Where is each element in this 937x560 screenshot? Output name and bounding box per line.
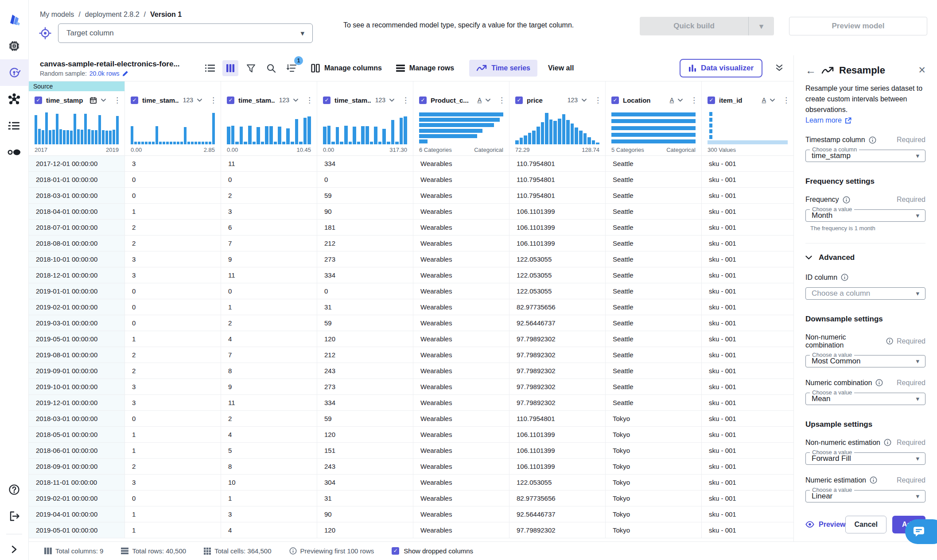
quick-build-dropdown-icon[interactable]: ▾ (748, 17, 774, 35)
frequency-select[interactable]: Choose a value Month ▾ (805, 209, 925, 222)
column-menu-icon[interactable]: ⋮ (498, 96, 505, 105)
column-summary-chart[interactable]: 0.002.85 (125, 109, 221, 155)
breadcrumb-my-models[interactable]: My models (40, 11, 74, 19)
info-icon[interactable] (843, 196, 850, 204)
quick-build-label[interactable]: Quick build (640, 17, 748, 35)
list-view-icon[interactable] (202, 60, 218, 76)
column-summary-chart[interactable]: 0.0010.45 (221, 109, 317, 155)
column-menu-icon[interactable]: ⋮ (306, 96, 313, 105)
table-cell: 1 (125, 443, 221, 458)
applied-transforms-icon[interactable]: 1 (284, 60, 299, 76)
column-dropdown-icon[interactable] (678, 99, 683, 102)
expand-rail-chevron-icon[interactable] (0, 539, 29, 560)
column-summary-chart[interactable]: 6 CategoriesCategorical (413, 109, 509, 155)
back-arrow-icon[interactable]: ← (805, 65, 816, 76)
list-nav-icon[interactable] (0, 112, 29, 139)
checkbox-checked-icon[interactable]: ✓ (392, 547, 399, 555)
table-cell: 10 (221, 475, 317, 490)
logout-icon[interactable] (0, 503, 29, 529)
learn-more-link[interactable]: Learn more (805, 116, 851, 124)
target-column-select[interactable]: Target column ▾ (58, 23, 313, 43)
chat-widget-button[interactable] (905, 519, 937, 544)
source-row-cell (509, 81, 606, 91)
timestamp-column-select[interactable]: Choose a column time_stamp ▾ (805, 150, 925, 162)
non-numeric-combination-select[interactable]: Choose a value Most Common ▾ (805, 355, 925, 367)
column-dropdown-icon[interactable] (101, 99, 106, 102)
table-cell: 2 (125, 363, 221, 378)
column-menu-icon[interactable]: ⋮ (782, 96, 790, 105)
column-menu-icon[interactable]: ⋮ (594, 96, 602, 105)
molecule-icon[interactable] (0, 86, 29, 112)
search-icon[interactable] (263, 60, 279, 76)
help-icon[interactable] (0, 476, 29, 503)
column-dropdown-icon[interactable] (582, 99, 587, 102)
column-menu-icon[interactable]: ⋮ (113, 96, 121, 105)
column-select-checkbox[interactable]: ✓ (323, 97, 330, 104)
column-select-checkbox[interactable]: ✓ (708, 97, 715, 104)
info-icon[interactable] (875, 379, 883, 386)
learn-more-label: Learn more (805, 116, 842, 124)
column-select-checkbox[interactable]: ✓ (611, 97, 619, 104)
table-cell: 1 (125, 331, 221, 347)
column-summary-chart[interactable]: 20172019 (29, 109, 124, 155)
collapse-toolbar-icon[interactable] (775, 64, 784, 73)
column-summary-chart[interactable]: 0.00317.30 (317, 109, 413, 155)
info-icon[interactable] (870, 476, 877, 484)
column-menu-icon[interactable]: ⋮ (402, 96, 409, 105)
edit-pencil-icon[interactable] (122, 70, 129, 77)
source-tab[interactable]: Source (29, 81, 125, 91)
canvas-logo-icon[interactable] (0, 6, 29, 33)
numeric-combination-value: Mean (812, 394, 831, 403)
table-row: 2019-09-01 00:00:0028243Wearables97.7989… (29, 363, 793, 379)
column-select-checkbox[interactable]: ✓ (131, 97, 138, 104)
column-menu-icon[interactable]: ⋮ (690, 96, 698, 105)
random-sample-link[interactable]: 20.0k rows (89, 70, 120, 77)
id-column-select[interactable]: Choose a column ▾ (805, 287, 925, 300)
time-series-button[interactable]: Time series (469, 60, 537, 77)
table-cell: 2018-09-01 00:00:00 (29, 459, 125, 474)
numeric-combination-select[interactable]: Choose a value Mean ▾ (805, 393, 925, 405)
breadcrumb-deployment[interactable]: deployment 2.8.2 (85, 11, 140, 19)
view-all-button[interactable]: View all (548, 64, 574, 72)
table-cell: 212 (317, 347, 413, 363)
range-min-label: 0.00 (323, 147, 334, 153)
column-dropdown-icon[interactable] (770, 99, 775, 102)
table-cell: Wearables (413, 459, 509, 474)
column-summary-chart[interactable]: 72.29128.74 (509, 109, 605, 155)
cancel-button[interactable]: Cancel (845, 516, 886, 533)
preview-model-button[interactable]: Preview model (789, 17, 927, 35)
column-header-location: ✓LocationA⋮ (606, 91, 702, 109)
info-icon[interactable] (884, 439, 891, 446)
filter-icon[interactable] (243, 60, 259, 76)
info-icon[interactable] (841, 274, 848, 281)
info-icon[interactable] (869, 136, 876, 144)
quick-build-button[interactable]: Quick build ▾ (640, 17, 774, 35)
column-select-checkbox[interactable]: ✓ (515, 97, 523, 104)
column-summary-chart[interactable]: 5 CategoriesCategorical (606, 109, 701, 155)
column-dropdown-icon[interactable] (486, 99, 490, 102)
datasets-toggle-icon[interactable] (0, 139, 29, 166)
numeric-estimation-select[interactable]: Choose a value Linear ▾ (805, 490, 925, 502)
column-menu-icon[interactable]: ⋮ (210, 96, 217, 105)
advanced-section-toggle[interactable]: Advanced (805, 253, 925, 262)
close-icon[interactable]: × (918, 64, 925, 76)
info-icon[interactable] (886, 337, 893, 345)
table-cell: Wearables (413, 188, 509, 203)
manage-columns-button[interactable]: Manage columns (311, 64, 382, 73)
models-nav-icon[interactable] (0, 59, 29, 86)
chevron-down-icon: ▾ (300, 29, 304, 38)
compute-chip-icon[interactable] (0, 33, 29, 59)
grid-view-icon[interactable] (222, 60, 238, 76)
show-dropped-columns-checkbox[interactable]: ✓ Show dropped columns (392, 547, 473, 555)
column-summary-chart[interactable]: 300 Values (702, 109, 793, 155)
column-dropdown-icon[interactable] (389, 99, 394, 102)
preview-link[interactable]: Preview (805, 521, 845, 529)
manage-rows-button[interactable]: Manage rows (396, 64, 454, 72)
non-numeric-estimation-select[interactable]: Choose a value Forward Fill ▾ (805, 452, 925, 465)
column-dropdown-icon[interactable] (293, 99, 298, 102)
data-visualizer-button[interactable]: Data visualizer (680, 59, 762, 77)
column-select-checkbox[interactable]: ✓ (35, 97, 42, 104)
column-select-checkbox[interactable]: ✓ (419, 97, 427, 104)
column-select-checkbox[interactable]: ✓ (227, 97, 234, 104)
column-dropdown-icon[interactable] (197, 99, 202, 102)
